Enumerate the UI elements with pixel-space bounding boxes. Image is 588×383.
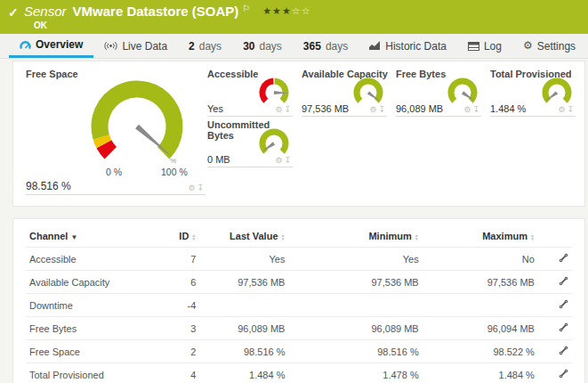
channel-maximum: 96,094 MB [423,317,538,340]
star-filled-icon[interactable]: ★ [262,5,272,16]
channel-settings-icon[interactable] [559,253,568,263]
channel-last-value: Yes [199,248,288,271]
tab-historic-data[interactable]: Historic Data [358,34,457,58]
table-row-available-capacity: Available Capacity697,536 MB97,536 MB97,… [26,271,572,294]
tab-live-data[interactable]: Live Data [93,34,178,58]
channel-minimum: Yes [288,248,422,271]
page-title: VMware Datastore (SOAP) [73,4,239,19]
table-row-downtime: Downtime-4 [26,294,572,317]
channel-id: 7 [159,248,199,271]
pin-icon[interactable]: ↧ [284,156,293,165]
broadcast-icon [104,41,117,51]
tab-30-days[interactable]: 30 days [232,34,293,58]
bar-chart-icon [369,41,381,51]
tab-2-days[interactable]: 2 days [178,34,232,58]
table-row-accessible: Accessible7YesYesNo [26,248,572,271]
column-header-channel[interactable]: Channel▼ [26,224,159,248]
channel-settings-icon[interactable] [559,276,568,286]
star-empty-icon[interactable]: ☆ [292,5,302,16]
gear-icon: ⚙ [523,41,533,51]
gauge-value: 1.484 % [490,103,526,114]
object-category: Sensor [24,4,67,19]
tab-2-days-number: 2 [189,40,195,53]
channel-table: Channel▼ ID▲▼ Last Value▲▼ Minimum▲▼ Max… [26,224,572,383]
gauge-tile-total-provisioned: Total Provisioned1.484 %⚙↧ [490,69,579,117]
pin-icon[interactable]: ↧ [378,105,387,114]
tab-365-days[interactable]: 365 days [293,34,358,58]
star-filled-icon[interactable]: ★ [272,5,282,16]
tab-30-days-number: 30 [243,40,254,53]
column-header-maximum[interactable]: Maximum▲▼ [423,224,538,248]
channel-maximum: 97,536 MB [423,271,538,294]
log-table-icon [468,42,479,51]
gauge-scale-min: 0 % [106,167,122,177]
channel-minimum: 98.516 % [288,340,422,363]
table-row-free-space: Free Space298.516 %98.516 %98.522 % [26,340,572,363]
channel-settings-icon[interactable] [559,346,568,355]
channel-name[interactable]: Free Space [26,340,159,363]
tab-settings-label: Settings [537,40,576,53]
gauge-value: 0 MB [207,154,230,165]
channel-last-value: 98.516 % [199,340,288,363]
gauge-value: 96,089 MB [396,103,443,114]
channel-settings-icon[interactable] [559,322,568,332]
flag-icon[interactable]: ⚐ [242,4,250,13]
sort-desc-icon: ▼ [70,233,77,241]
status-badge: OK [34,20,47,30]
table-row-free-bytes: Free Bytes396,089 MB96,089 MB96,094 MB [26,317,572,340]
tab-overview-label: Overview [36,38,83,51]
gear-icon[interactable]: ⚙ [275,156,284,165]
column-header-last-value[interactable]: Last Value▲▼ [199,224,288,248]
small-gauges-grid: AccessibleYes⚙↧Available Capacity97,536 … [207,69,579,167]
channel-minimum: 1.478 % [288,363,422,383]
channel-name[interactable]: Available Capacity [26,271,159,294]
channel-settings-icon[interactable] [559,369,568,379]
tab-historic-data-label: Historic Data [385,40,447,53]
tab-30-days-unit: days [259,40,281,53]
column-header-minimum[interactable]: Minimum▲▼ [288,224,422,248]
gear-icon[interactable]: ⚙ [463,105,472,114]
priority-stars[interactable]: ★★★☆☆ [262,5,310,16]
channel-name[interactable]: Free Bytes [26,317,159,340]
gauge-tile-available-capacity: Available Capacity97,536 MB⚙↧ [302,69,391,117]
gear-icon[interactable]: ⚙ [188,183,197,192]
gear-icon[interactable]: ⚙ [369,105,378,114]
channel-id: 6 [159,271,199,294]
tab-overview[interactable]: Overview [9,34,93,58]
channel-minimum [288,294,422,317]
pin-icon[interactable]: ↧ [197,183,205,192]
channel-table-panel: Channel▼ ID▲▼ Last Value▲▼ Minimum▲▼ Max… [12,218,585,383]
gauge-value: 97,536 MB [302,103,349,114]
gauge-tile-free-bytes: Free Bytes96,089 MB⚙↧ [396,69,485,117]
pin-icon[interactable]: ↧ [567,105,576,114]
channel-settings-icon[interactable] [559,299,568,309]
gear-icon[interactable]: ⚙ [275,105,284,114]
tab-log[interactable]: Log [457,34,512,58]
tab-settings[interactable]: ⚙ Settings [512,34,586,58]
gauge-value: Yes [207,103,223,114]
tab-365-days-unit: days [326,40,348,53]
channel-last-value: 96,089 MB [199,317,288,340]
channel-name[interactable]: Total Provisioned [26,363,159,383]
channel-name[interactable]: Accessible [26,248,159,271]
channel-last-value: 1.484 % [199,363,288,383]
pin-icon[interactable]: ↧ [472,105,481,114]
tab-log-label: Log [484,40,502,53]
gauge-scale-max: 100 % [161,167,188,177]
tab-2-days-unit: days [199,40,222,53]
star-filled-icon[interactable]: ★ [282,5,292,16]
channel-last-value: 97,536 MB [199,271,288,294]
channel-id: -4 [159,294,199,317]
star-empty-icon[interactable]: ☆ [302,5,311,16]
table-header-row: Channel▼ ID▲▼ Last Value▲▼ Minimum▲▼ Max… [26,224,572,248]
channel-minimum: 97,536 MB [288,271,422,294]
sort-icon: ▲▼ [415,233,419,240]
channel-name[interactable]: Downtime [26,294,159,317]
channel-minimum: 96,089 MB [288,317,422,340]
sensor-header-bar: ✓ SensorVMware Datastore (SOAP)⚐★★★☆☆ OK [0,0,588,34]
gear-icon[interactable]: ⚙ [558,105,567,114]
gauge-tile-uncommitted-bytes: Uncommitted Bytes0 MB⚙↧ [207,119,296,167]
gauge-tile-accessible: AccessibleYes⚙↧ [207,69,296,117]
column-header-id[interactable]: ID▲▼ [159,224,199,248]
pin-icon[interactable]: ↧ [284,105,293,114]
